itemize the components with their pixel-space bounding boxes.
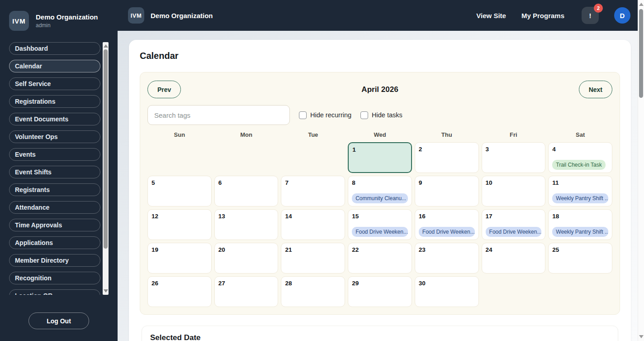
calendar-empty-slot <box>548 276 612 307</box>
day-number: 14 <box>285 212 341 220</box>
top-header: IVM Demo Organization View Site My Progr… <box>118 0 644 31</box>
sidebar-item-recognition[interactable]: Recognition <box>9 272 100 284</box>
calendar-day-cell-18[interactable]: 18Weekly Pantry Shift ... <box>548 209 612 240</box>
page-scrollbar-thumb[interactable] <box>639 9 643 98</box>
day-number: 20 <box>218 246 275 254</box>
calendar-day-cell-24[interactable]: 24 <box>482 243 546 274</box>
calendar-day-cell-27[interactable]: 27 <box>214 276 279 307</box>
sidebar-item-volunteer-ops[interactable]: Volunteer Ops <box>9 130 100 143</box>
selected-date-title: Selected Date <box>150 333 610 341</box>
calendar-day-cell-5[interactable]: 5 <box>147 176 212 207</box>
day-number: 4 <box>552 145 608 153</box>
calendar-day-cell-20[interactable]: 20 <box>214 243 279 274</box>
calendar-day-cell-19[interactable]: 19 <box>147 243 212 274</box>
sidebar-item-applications[interactable]: Applications <box>9 236 100 249</box>
calendar-day-cell-11[interactable]: 11Weekly Pantry Shift ... <box>548 176 612 207</box>
calendar-day-cell-2[interactable]: 2 <box>415 142 479 173</box>
event-pill[interactable]: Food Drive Weeken... <box>486 227 542 237</box>
month-title: April 2026 <box>181 85 578 94</box>
org-name: Demo Organization <box>36 13 98 21</box>
day-number: 10 <box>486 179 542 187</box>
view-site-link[interactable]: View Site <box>476 12 506 19</box>
sidebar-item-time-approvals[interactable]: Time Approvals <box>9 219 100 231</box>
calendar-day-cell-10[interactable]: 10 <box>482 176 546 207</box>
sidebar-scrollbar-thumb[interactable] <box>104 49 108 249</box>
event-pill[interactable]: Weekly Pantry Shift ... <box>552 193 608 203</box>
day-number: 11 <box>552 179 608 187</box>
sidebar-item-event-documents[interactable]: Event Documents <box>9 113 100 125</box>
calendar-day-cell-22[interactable]: 22 <box>348 243 412 274</box>
calendar-grid: 1234Trail Check-in Task5678Community Cle… <box>147 142 612 307</box>
calendar-day-cell-6[interactable]: 6 <box>214 176 279 207</box>
sidebar-item-event-shifts[interactable]: Event Shifts <box>9 166 100 178</box>
scroll-down-icon[interactable] <box>639 335 644 338</box>
weekday-label: Wed <box>348 131 412 138</box>
scroll-up-icon[interactable] <box>104 44 108 48</box>
calendar-day-cell-3[interactable]: 3 <box>482 142 546 173</box>
calendar-day-cell-17[interactable]: 17Food Drive Weeken... <box>482 209 546 240</box>
logout-button[interactable]: Log Out <box>28 312 89 329</box>
filter-checkbox[interactable] <box>299 111 307 119</box>
calendar-day-cell-7[interactable]: 7 <box>281 176 345 207</box>
event-pill[interactable]: Food Drive Weeken... <box>352 227 408 237</box>
sidebar-item-member-directory[interactable]: Member Directory <box>9 254 100 267</box>
sidebar-logo-row: IVM Demo Organization admin <box>0 0 118 39</box>
next-month-button[interactable]: Next <box>579 81 612 98</box>
calendar-day-cell-12[interactable]: 12 <box>147 209 212 240</box>
page-title: Calendar <box>140 51 620 61</box>
calendar-day-cell-15[interactable]: 15Food Drive Weeken... <box>348 209 412 240</box>
my-programs-link[interactable]: My Programs <box>521 12 564 19</box>
sidebar-item-registrants[interactable]: Registrants <box>9 183 100 196</box>
calendar-day-cell-1[interactable]: 1 <box>348 142 412 173</box>
filter-hide-tasks[interactable]: Hide tasks <box>360 111 402 119</box>
calendar-day-cell-29[interactable]: 29 <box>348 276 412 307</box>
calendar-day-cell-30[interactable]: 30 <box>415 276 479 307</box>
prev-month-button[interactable]: Prev <box>147 81 181 98</box>
event-pill[interactable]: Trail Check-in Task <box>552 160 605 170</box>
event-pill[interactable]: Weekly Pantry Shift ... <box>552 227 608 237</box>
calendar-day-cell-14[interactable]: 14 <box>281 209 345 240</box>
search-tags-input[interactable] <box>147 105 290 125</box>
exclamation-icon: ! <box>589 12 592 19</box>
sidebar-item-dashboard[interactable]: Dashboard <box>9 42 100 55</box>
calendar-filters: Hide recurringHide tasks <box>147 105 612 125</box>
notification-badge: 2 <box>594 4 603 13</box>
day-number: 16 <box>419 212 475 220</box>
calendar-day-cell-8[interactable]: 8Community Cleanu... <box>348 176 412 207</box>
calendar-day-cell-13[interactable]: 13 <box>214 209 279 240</box>
calendar-day-cell-26[interactable]: 26 <box>147 276 212 307</box>
day-number: 8 <box>352 179 408 187</box>
weekday-label: Sat <box>548 131 612 138</box>
avatar[interactable]: D <box>614 7 630 24</box>
day-number: 6 <box>218 179 275 187</box>
sidebar-item-events[interactable]: Events <box>9 148 100 161</box>
calendar-day-cell-23[interactable]: 23 <box>415 243 479 274</box>
day-number: 13 <box>218 212 275 220</box>
day-number: 26 <box>152 279 208 287</box>
calendar-day-cell-25[interactable]: 25 <box>548 243 612 274</box>
calendar-empty-slot <box>147 142 212 173</box>
day-number: 12 <box>152 212 208 220</box>
calendar-day-cell-9[interactable]: 9 <box>415 176 479 207</box>
event-pill[interactable]: Food Drive Weeken... <box>419 227 475 237</box>
day-number: 15 <box>352 212 408 220</box>
page-scrollbar[interactable] <box>638 0 644 341</box>
calendar-day-cell-16[interactable]: 16Food Drive Weeken... <box>415 209 479 240</box>
day-number: 21 <box>285 246 341 254</box>
filter-hide-recurring[interactable]: Hide recurring <box>299 111 351 119</box>
sidebar-item-attendance[interactable]: Attendance <box>9 201 100 214</box>
sidebar-nav: DashboardCalendarSelf ServiceRegistratio… <box>9 42 100 295</box>
calendar-day-cell-28[interactable]: 28 <box>281 276 345 307</box>
sidebar-item-self-service[interactable]: Self Service <box>9 77 100 90</box>
sidebar-item-location-qr[interactable]: Location QR <box>9 289 100 295</box>
scroll-up-icon[interactable] <box>639 3 644 6</box>
sidebar-item-registrations[interactable]: Registrations <box>9 95 100 108</box>
event-pill[interactable]: Community Cleanu... <box>352 193 408 203</box>
calendar-day-cell-21[interactable]: 21 <box>281 243 345 274</box>
calendar-panel: Prev April 2026 Next Hide recurringHide … <box>140 72 620 315</box>
sidebar-item-calendar[interactable]: Calendar <box>9 60 100 72</box>
calendar-day-cell-4[interactable]: 4Trail Check-in Task <box>548 142 612 173</box>
sidebar-scrollbar[interactable] <box>103 42 109 295</box>
filter-checkbox[interactable] <box>360 111 368 119</box>
scroll-down-icon[interactable] <box>104 289 108 293</box>
